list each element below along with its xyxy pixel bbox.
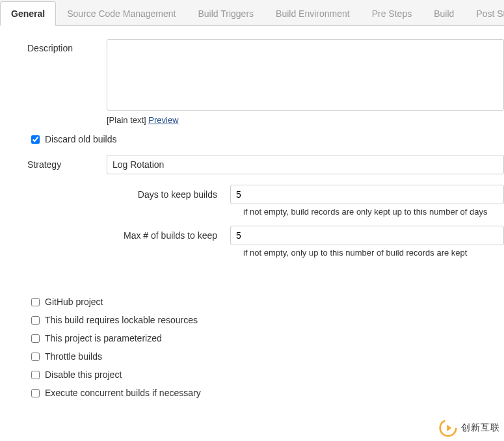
watermark: 创新互联 <box>439 419 500 437</box>
discard-old-builds-checkbox[interactable] <box>31 135 40 144</box>
tab-scm[interactable]: Source Code Management <box>56 1 187 25</box>
plain-text-label: [Plain text] <box>107 115 146 125</box>
preview-link[interactable]: Preview <box>148 115 178 125</box>
days-to-keep-label: Days to keep builds <box>16 189 230 200</box>
general-panel: Description [Plain text] Preview Discard… <box>0 26 504 415</box>
strategy-label: Strategy <box>16 159 107 170</box>
github-project-checkbox[interactable] <box>31 298 40 306</box>
parameterized-checkbox[interactable] <box>31 334 40 343</box>
svg-marker-1 <box>447 425 451 432</box>
tab-pre-steps[interactable]: Pre Steps <box>361 1 423 25</box>
lockable-resources-checkbox[interactable] <box>31 316 40 325</box>
days-to-keep-input[interactable] <box>230 185 504 204</box>
tab-post-steps[interactable]: Post Ste <box>465 1 504 25</box>
disable-project-label: Disable this project <box>45 369 122 380</box>
watermark-icon <box>439 419 457 437</box>
watermark-text: 创新互联 <box>461 422 500 434</box>
config-tabs: General Source Code Management Build Tri… <box>0 0 504 26</box>
discard-old-builds-label: Discard old builds <box>45 134 117 144</box>
days-to-keep-help: if not empty, build records are only kep… <box>243 207 504 217</box>
max-builds-help: if not empty, only up to this number of … <box>243 248 504 258</box>
parameterized-label: This project is parameterized <box>45 333 162 343</box>
max-builds-input[interactable] <box>230 226 504 245</box>
tab-build-environment[interactable]: Build Environment <box>265 1 361 25</box>
concurrent-builds-label: Execute concurrent builds if necessary <box>45 388 201 398</box>
description-label: Description <box>16 39 107 53</box>
tab-build-triggers[interactable]: Build Triggers <box>187 1 265 25</box>
throttle-builds-checkbox[interactable] <box>31 353 40 361</box>
github-project-label: GitHub project <box>45 297 103 307</box>
tab-build[interactable]: Build <box>423 1 465 25</box>
concurrent-builds-checkbox[interactable] <box>31 389 40 397</box>
strategy-select[interactable]: Log Rotation <box>107 155 504 174</box>
tab-general[interactable]: General <box>0 1 56 26</box>
disable-project-checkbox[interactable] <box>31 371 40 379</box>
description-textarea[interactable] <box>107 39 504 111</box>
throttle-builds-label: Throttle builds <box>45 351 102 362</box>
max-builds-label: Max # of builds to keep <box>16 230 230 241</box>
lockable-resources-label: This build requires lockable resources <box>45 315 198 325</box>
